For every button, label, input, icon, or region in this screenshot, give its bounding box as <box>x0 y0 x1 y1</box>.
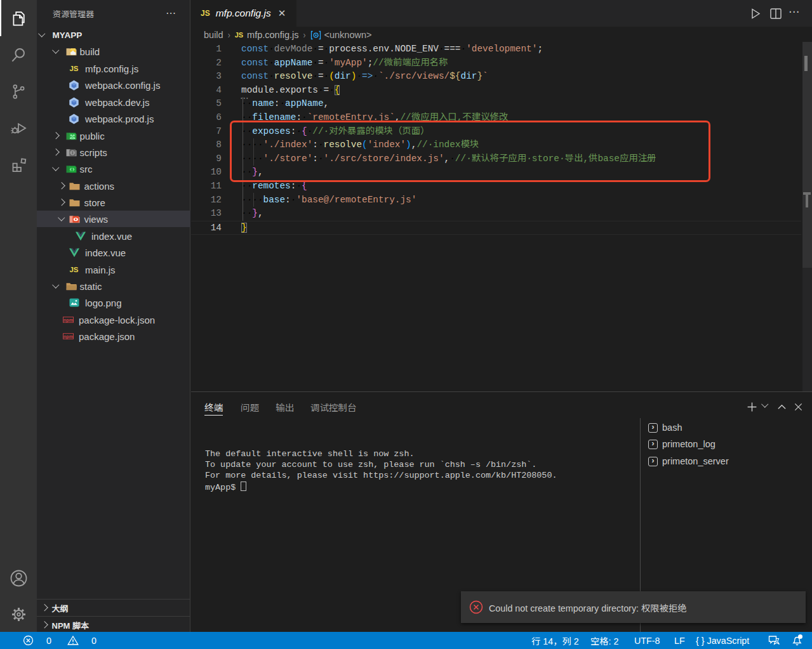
svg-text:npm: npm <box>63 318 73 323</box>
svg-text:npm: npm <box>63 334 73 339</box>
